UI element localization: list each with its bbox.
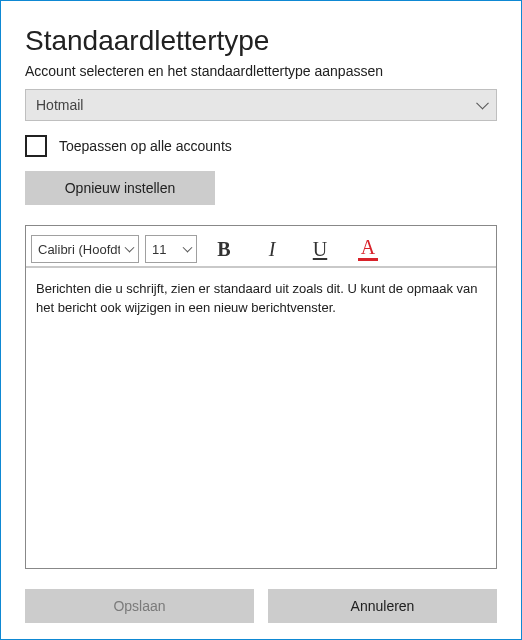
- bold-icon: B: [217, 238, 230, 261]
- italic-button[interactable]: I: [251, 233, 293, 265]
- page-subtitle: Account selecteren en het standaardlette…: [25, 63, 497, 79]
- apply-all-label: Toepassen op alle accounts: [59, 138, 232, 154]
- reset-button[interactable]: Opnieuw instellen: [25, 171, 215, 205]
- page-title: Standaardlettertype: [25, 25, 497, 57]
- format-toolbar: Calibri (Hoofdtekst) 11 B I U A: [26, 226, 496, 268]
- font-color-button[interactable]: A: [347, 233, 389, 265]
- account-select-wrap[interactable]: Hotmail: [25, 89, 497, 121]
- bold-button[interactable]: B: [203, 233, 245, 265]
- underline-button[interactable]: U: [299, 233, 341, 265]
- apply-all-row[interactable]: Toepassen op alle accounts: [25, 135, 497, 157]
- dialog-footer: Opslaan Annuleren: [25, 589, 497, 623]
- font-size-select[interactable]: 11: [145, 235, 197, 263]
- font-color-icon: A: [358, 237, 378, 261]
- account-select[interactable]: Hotmail: [25, 89, 497, 121]
- save-button: Opslaan: [25, 589, 254, 623]
- editor-panel: Calibri (Hoofdtekst) 11 B I U A Berichte…: [25, 225, 497, 569]
- cancel-button[interactable]: Annuleren: [268, 589, 497, 623]
- italic-icon: I: [269, 238, 276, 261]
- apply-all-checkbox[interactable]: [25, 135, 47, 157]
- underline-icon: U: [313, 238, 327, 261]
- font-name-select[interactable]: Calibri (Hoofdtekst): [31, 235, 139, 263]
- preview-text[interactable]: Berichten die u schrijft, zien er standa…: [26, 268, 496, 568]
